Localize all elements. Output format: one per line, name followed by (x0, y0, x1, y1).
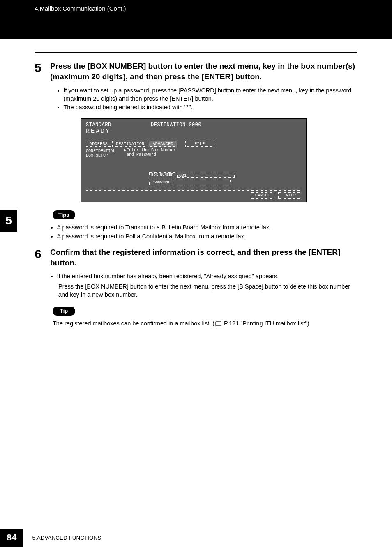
step-6-notes: If the entered box number has already be… (51, 273, 357, 279)
lcd-destination: DESTINATION:0000 (151, 122, 201, 128)
step6-bullet1: If the entered box number has already be… (57, 273, 358, 279)
divider (35, 52, 357, 53)
lcd-boxnumber-field[interactable]: 001 (177, 173, 235, 178)
tip-item-2: A password is required to Poll a Confide… (57, 233, 358, 241)
tips-badge: Tips (53, 210, 75, 219)
lcd-tab-address[interactable]: ADDRESS (86, 141, 111, 147)
step-6-heading: Confirm that the registered information … (50, 247, 357, 268)
lcd-password-button[interactable]: PASSWORD (149, 180, 171, 185)
tip-text: The registered mailboxes can be confirme… (53, 320, 357, 328)
step-number-5: 5 (35, 61, 50, 74)
lcd-tab-advanced[interactable]: ADVANCED (149, 141, 177, 147)
lcd-standard: STANDARD (86, 122, 111, 128)
tip-text-b: P.121 "Printing ITU mailbox list") (222, 320, 309, 327)
lcd-ready: READY (86, 128, 111, 135)
step6-continuation: Press the [BOX NUMBER] button to enter t… (58, 283, 357, 299)
lcd-password-row: PASSWORD (149, 180, 231, 185)
breadcrumb: 4.Mailbox Communication (Cont.) (35, 5, 126, 12)
page-number: 84 (0, 529, 23, 547)
tips-list: A password is required to Transmit to a … (51, 224, 357, 240)
lcd-cancel-button[interactable]: CANCEL (251, 192, 274, 199)
chapter-tab: 5 (0, 210, 17, 232)
content-area: 5 Press the [BOX NUMBER] button to enter… (0, 39, 392, 328)
lcd-hint: ▶Enter the Box Number and Password (124, 148, 176, 157)
footer-section: 5.ADVANCED FUNCTIONS (32, 535, 101, 541)
step-number-6: 6 (35, 247, 50, 261)
step5-bullet2: The password being entered is indicated … (64, 104, 358, 112)
page-header: 4.Mailbox Communication (Cont.) (0, 0, 392, 39)
lcd-enter-button[interactable]: ENTER (278, 192, 301, 199)
lcd-tab-row: ADDRESS DESTINATION ADVANCED FILE (86, 141, 214, 147)
lcd-left-label: CONFIDENTIAL BOX SETUP (86, 149, 115, 158)
lcd-bottom-row: CANCEL ENTER (86, 190, 301, 199)
tip-text-a: The registered mailboxes can be confirme… (53, 320, 214, 327)
step-5-heading: Press the [BOX NUMBER] button to enter t… (50, 61, 357, 82)
step-5: 5 Press the [BOX NUMBER] button to enter… (35, 61, 357, 87)
step5-bullet1: If you want to set up a password, press … (64, 87, 358, 103)
lcd-password-field[interactable] (173, 180, 231, 185)
lcd-panel: STANDARD DESTINATION:0000 READY ADDRESS … (81, 118, 307, 202)
lcd-tab-destination[interactable]: DESTINATION (112, 141, 148, 147)
lcd-tab-file[interactable]: FILE (185, 141, 214, 147)
tip-badge: Tip (53, 307, 75, 316)
lcd-boxnumber-button[interactable]: BOX NUMBER (149, 172, 175, 178)
chapter-tab-number: 5 (5, 214, 12, 227)
step-5-notes: If you want to set up a password, press … (58, 87, 357, 112)
page-footer: 84 5.ADVANCED FUNCTIONS (0, 529, 392, 547)
book-icon (215, 321, 221, 326)
step-6: 6 Confirm that the registered informatio… (35, 247, 357, 273)
tip-item-1: A password is required to Transmit to a … (57, 224, 358, 232)
lcd-boxnumber-row: BOX NUMBER 001 (149, 172, 235, 178)
